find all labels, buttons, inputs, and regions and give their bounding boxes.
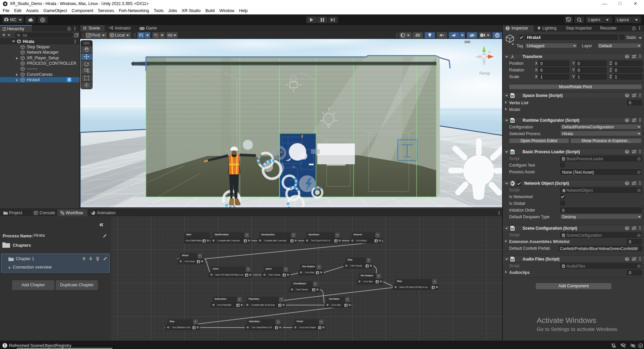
svg-text:?: ? (626, 118, 628, 122)
svg-text:?: ? (626, 55, 628, 58)
svg-text:?: ? (626, 150, 628, 154)
svg-text:Y: Y (142, 35, 143, 38)
svg-text:?: ? (626, 226, 628, 230)
svg-text:?: ? (626, 94, 628, 97)
svg-text:?: ? (626, 181, 628, 185)
svg-text:Persp: Persp (479, 71, 490, 76)
svg-text:?: ? (626, 257, 628, 261)
